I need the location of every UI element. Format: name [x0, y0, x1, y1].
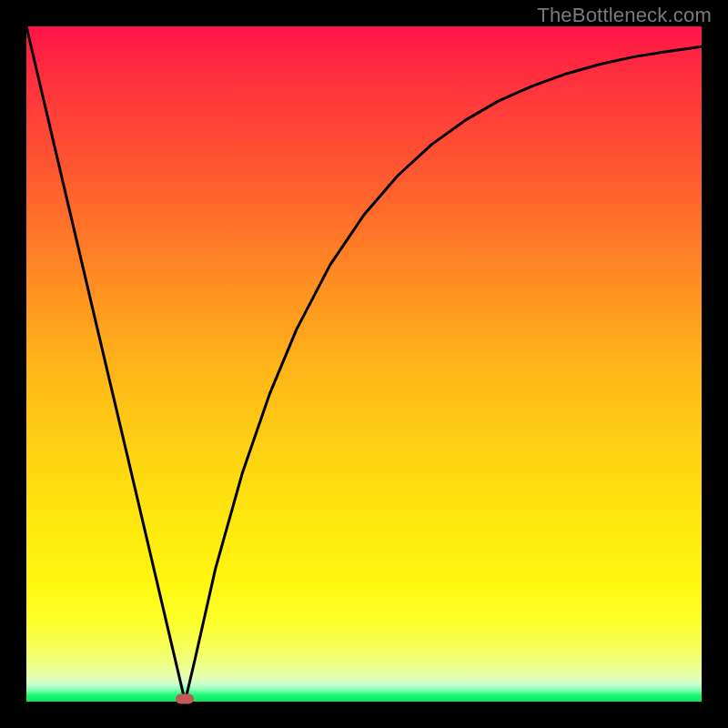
plot-area: [26, 26, 702, 702]
bottleneck-curve: [26, 26, 702, 702]
attribution-text: TheBottleneck.com: [537, 4, 712, 27]
chart-container: TheBottleneck.com: [0, 0, 728, 728]
minimum-marker: [176, 694, 194, 704]
curve-layer: [26, 26, 702, 702]
